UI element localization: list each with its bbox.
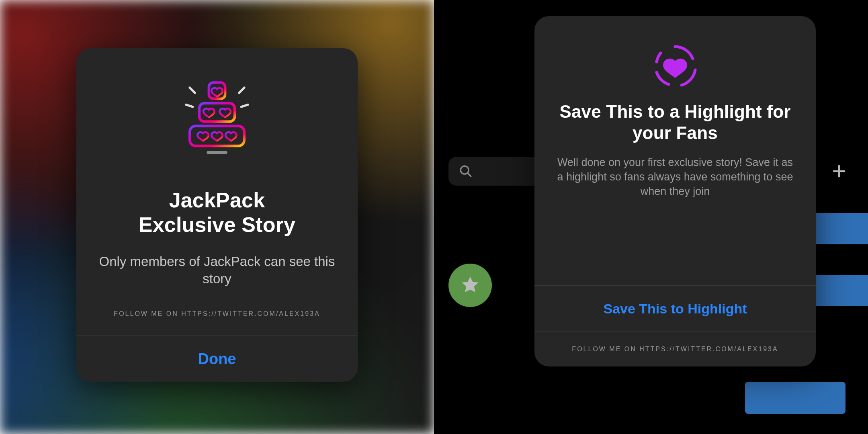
left-panel: @ALEX193A @ALEX193A @ALEX193A: [0, 0, 434, 434]
svg-line-10: [468, 173, 471, 176]
right-panel: Save This to a Highlight for your Fans W…: [434, 0, 868, 434]
done-button[interactable]: Done: [198, 350, 236, 368]
svg-line-1: [239, 88, 244, 93]
credit-line: FOLLOW ME ON HTTPS://TWITTER.COM/ALEX193…: [114, 310, 320, 317]
card-title: JackPack Exclusive Story: [139, 188, 295, 237]
card-title-line-2: Exclusive Story: [139, 213, 295, 236]
chat-bubble: [812, 275, 868, 306]
plus-icon[interactable]: [825, 157, 854, 186]
svg-rect-6: [199, 103, 235, 122]
star-icon: [459, 274, 481, 297]
svg-line-2: [186, 104, 193, 107]
heart-cake-icon: [169, 69, 265, 170]
card-subtitle: Well done on your first exclusive story!…: [552, 155, 798, 199]
card-title: Save This to a Highlight for your Fans: [552, 101, 798, 144]
chat-bubble: [812, 213, 868, 244]
svg-line-0: [190, 88, 195, 93]
heart-progress-icon: [651, 42, 699, 90]
card-subtitle: Only members of JackPack can see this st…: [94, 253, 340, 288]
credit-line: FOLLOW ME ON HTTPS://TWITTER.COM/ALEX193…: [572, 346, 778, 353]
exclusive-story-card: JackPack Exclusive Story Only members of…: [76, 48, 358, 382]
card-title-line-1: JackPack: [169, 188, 265, 212]
save-highlight-card: Save This to a Highlight for your Fans W…: [534, 16, 816, 366]
highlight-avatar[interactable]: [448, 264, 492, 307]
search-icon: [459, 164, 473, 178]
chat-bubble: [745, 382, 845, 414]
svg-line-3: [242, 104, 248, 107]
save-highlight-button[interactable]: Save This to Highlight: [603, 301, 747, 317]
